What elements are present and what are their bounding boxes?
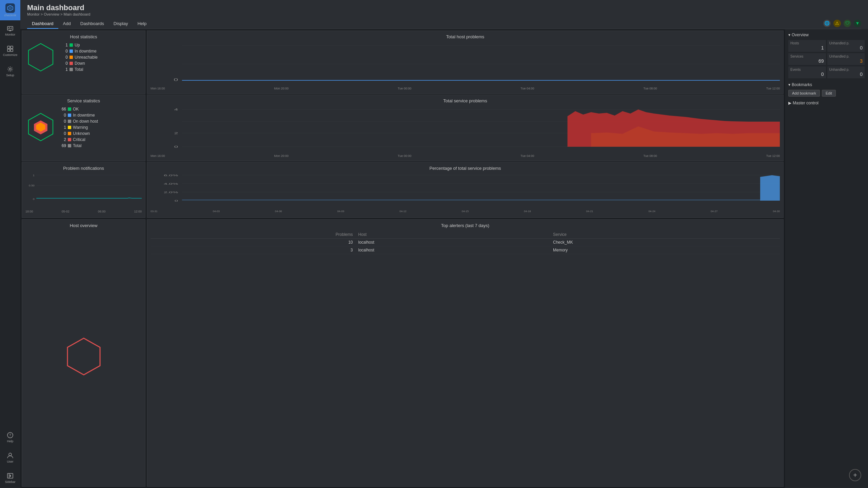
stat-unhandled-services: Unhandled p. 3: [827, 53, 865, 65]
nav-icon-shield[interactable]: 🛡: [844, 20, 851, 27]
host-statistics-panel: Host statistics 1 Up 0: [22, 30, 145, 94]
nav-icon-warning[interactable]: ⚠: [833, 20, 841, 27]
stat-hosts: Hosts 1: [788, 40, 826, 52]
nav-item-dashboards[interactable]: Dashboards: [76, 19, 109, 29]
sidebar: checkmk Dashboard Monitor Customize Setu…: [0, 0, 20, 488]
problem-notifications-chart: 1 0.50 0: [25, 174, 142, 209]
bookmarks-section-title[interactable]: ▾ Bookmarks: [788, 82, 865, 87]
host-chart-x-labels: Mon 16:00 Mon 20:00 Tue 00:00 Tue 04:00 …: [151, 87, 780, 90]
nav-item-add[interactable]: Add: [58, 19, 76, 29]
nav-item-dashboard[interactable]: Dashboard: [27, 19, 58, 29]
svc-stat-ok[interactable]: 66 OK: [59, 106, 98, 112]
total-host-problems-panel: Total host problems 0: [147, 30, 784, 94]
svg-text:2: 2: [174, 131, 178, 135]
sidebar-item-help[interactable]: ? Help: [0, 427, 20, 447]
svg-marker-1: [8, 6, 12, 10]
sidebar-item-sidebar[interactable]: Sidebar: [0, 468, 20, 488]
alerter-service-1: Check_MK: [550, 239, 780, 246]
stat-events: Events 0: [788, 66, 826, 78]
total-service-problems-title: Total service problems: [151, 98, 780, 103]
service-stats-list: 66 OK 0 In downtime 0: [59, 106, 98, 149]
pct-service-problems-panel: Percentage of total service problems 6.0…: [147, 162, 784, 218]
overview-section-title[interactable]: ▾ Overview: [788, 33, 865, 37]
service-chart-x-labels: Mon 16:00 Mon 20:00 Tue 00:00 Tue 04:00 …: [151, 154, 780, 158]
svg-text:0: 0: [174, 145, 178, 148]
notifications-chart-x-labels: 18:00 05-02 06:00 12:00: [25, 210, 142, 213]
svg-text:0: 0: [175, 199, 178, 202]
service-stats-content: 66 OK 0 In downtime 0: [25, 106, 142, 149]
sidebar-item-user[interactable]: User: [0, 447, 20, 468]
svg-marker-37: [568, 109, 780, 147]
nav-item-help[interactable]: Help: [133, 19, 151, 29]
col-host: Host: [356, 231, 550, 239]
col-service: Service: [550, 231, 780, 239]
nav-bar: Dashboard Add Dashboards Display Help 🌐 …: [27, 19, 861, 29]
host-stat-unreachable[interactable]: 0 Unreachable: [61, 54, 98, 60]
app-logo[interactable]: checkmk: [0, 0, 20, 20]
add-bookmark-button[interactable]: Add bookmark: [788, 90, 820, 97]
svg-text:2.0%: 2.0%: [164, 191, 178, 194]
svg-text:0: 0: [33, 197, 35, 201]
edit-bookmark-button[interactable]: Edit: [822, 90, 836, 97]
svc-stat-total[interactable]: 69 Total: [59, 143, 98, 149]
breadcrumb: Monitor > Overview > Main dashboard: [27, 12, 861, 16]
gear-icon: [7, 66, 14, 73]
alerter-host-1: localhost: [356, 239, 550, 246]
top-alerters-title: Top alerters (last 7 days): [151, 223, 780, 228]
total-host-problems-title: Total host problems: [151, 34, 780, 39]
svg-rect-12: [11, 49, 13, 52]
stat-unhandled-hosts: Unhandled p. 0: [827, 40, 865, 52]
svg-text:4: 4: [174, 108, 178, 111]
up-dot: [70, 43, 73, 47]
problem-notifications-panel: Problem notifications 1 0.50 0: [22, 162, 145, 218]
sidebar-item-setup[interactable]: Setup: [0, 61, 20, 81]
alerter-row-1[interactable]: 10 localhost Check_MK: [151, 239, 780, 246]
host-stat-up[interactable]: 1 Up: [61, 42, 98, 48]
downtime-dot: [70, 49, 73, 53]
alerter-service-2: Memory: [550, 246, 780, 254]
svg-point-13: [9, 68, 11, 70]
bookmark-buttons: Add bookmark Edit: [788, 90, 865, 97]
host-stat-down[interactable]: 0 Down: [61, 60, 98, 66]
alerter-problems-1: 10: [151, 239, 356, 246]
top-alerters-panel: Top alerters (last 7 days) Problems Host…: [147, 219, 784, 487]
svc-stat-unknown[interactable]: 0 Unknown: [59, 130, 98, 137]
logo-icon: [5, 3, 15, 13]
sidebar-item-monitor[interactable]: Dashboard Monitor: [0, 20, 20, 41]
stat-services: Services 69: [788, 53, 826, 65]
master-control-section[interactable]: ▶ Master control: [788, 101, 865, 105]
svc-stat-downtime[interactable]: 0 In downtime: [59, 112, 98, 118]
main-content: Main dashboard Monitor > Overview > Main…: [20, 0, 868, 488]
nav-icon-filter[interactable]: ▼: [854, 20, 861, 27]
col-problems: Problems: [151, 231, 356, 239]
total-service-problems-chart: 4 2 0: [151, 106, 780, 154]
pct-chart: 6.0% 4.0% 2.0% 0: [151, 174, 780, 209]
host-hexagon: [25, 42, 56, 73]
nav-icon-globe[interactable]: 🌐: [823, 20, 831, 27]
alerters-table: Problems Host Service 10 localhost Check…: [151, 231, 780, 254]
host-stat-downtime[interactable]: 0 In downtime: [61, 48, 98, 54]
service-hexagon: [25, 112, 56, 142]
nav-item-display[interactable]: Display: [109, 19, 133, 29]
logo-label: checkmk: [4, 14, 16, 17]
unreachable-dot: [70, 56, 73, 59]
problem-notifications-title: Problem notifications: [25, 166, 142, 171]
total-dot: [70, 68, 73, 71]
svc-stat-downhost[interactable]: 0 On down host: [59, 118, 98, 124]
service-statistics-title: Service statistics: [25, 98, 142, 103]
svc-stat-warning[interactable]: 1 Warning: [59, 124, 98, 130]
svg-rect-19: [10, 475, 11, 477]
service-hexagon-container: [25, 112, 56, 143]
add-dashboard-button[interactable]: +: [849, 469, 861, 481]
svg-rect-11: [7, 49, 10, 52]
service-statistics-panel: Service statistics 66: [22, 95, 145, 161]
svc-stat-critical[interactable]: 2 Critical: [59, 137, 98, 143]
host-stat-total[interactable]: 1 Total: [61, 66, 98, 73]
total-host-problems-chart: 0: [151, 42, 780, 86]
down-dot: [70, 62, 73, 65]
monitor-icon: [7, 25, 14, 32]
stat-unhandled-events: Unhandled p. 0: [827, 66, 865, 78]
customize-icon: [7, 45, 14, 52]
alerter-row-2[interactable]: 3 localhost Memory: [151, 246, 780, 254]
sidebar-item-customize[interactable]: Customize: [0, 41, 20, 61]
